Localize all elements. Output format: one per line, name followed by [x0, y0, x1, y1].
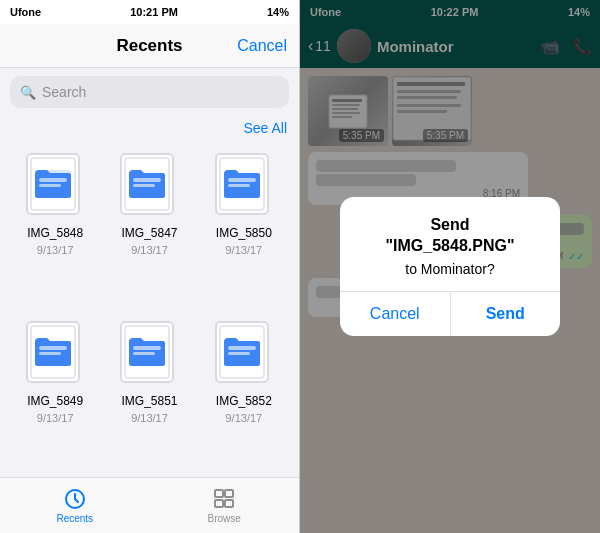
file-date: 9/13/17: [225, 244, 262, 256]
list-item[interactable]: IMG_5850 9/13/17: [197, 142, 291, 310]
file-name: IMG_5849: [27, 394, 83, 408]
svg-rect-26: [215, 490, 223, 497]
svg-rect-16: [39, 352, 61, 355]
file-icon: [117, 150, 181, 222]
file-icon: [23, 318, 87, 390]
file-name: IMG_5852: [216, 394, 272, 408]
svg-rect-23: [228, 346, 256, 350]
modal-cancel-button[interactable]: Cancel: [340, 292, 451, 336]
list-item[interactable]: IMG_5852 9/13/17: [197, 310, 291, 478]
file-date: 9/13/17: [131, 412, 168, 424]
modal-send-button[interactable]: Send: [451, 292, 561, 336]
tab-recents[interactable]: Recents: [0, 487, 150, 524]
svg-rect-24: [228, 352, 250, 355]
svg-rect-12: [228, 184, 250, 187]
files-nav-bar: Recents Cancel: [0, 24, 299, 68]
recents-icon: [63, 487, 87, 511]
search-placeholder: Search: [42, 84, 86, 100]
battery-left: 14%: [267, 6, 289, 18]
svg-rect-19: [133, 346, 161, 350]
tab-browse-label: Browse: [208, 513, 241, 524]
files-grid: IMG_5848 9/13/17 IMG_5847 9/13/17: [0, 142, 299, 477]
file-date: 9/13/17: [37, 244, 74, 256]
file-icon: [212, 150, 276, 222]
search-icon: 🔍: [20, 85, 36, 100]
see-all-link[interactable]: See All: [243, 120, 287, 136]
recents-title: Recents: [116, 36, 182, 56]
tab-recents-label: Recents: [56, 513, 93, 524]
file-icon: [23, 150, 87, 222]
list-item[interactable]: IMG_5848 9/13/17: [8, 142, 102, 310]
list-item[interactable]: IMG_5847 9/13/17: [102, 142, 196, 310]
svg-rect-20: [133, 352, 155, 355]
file-name: IMG_5851: [121, 394, 177, 408]
file-name: IMG_5850: [216, 226, 272, 240]
svg-rect-28: [215, 500, 223, 507]
modal-overlay: Send "IMG_5848.PNG" to Mominator? Cancel…: [300, 0, 600, 533]
cancel-button[interactable]: Cancel: [237, 37, 287, 55]
browse-icon: [212, 487, 236, 511]
modal-buttons: Cancel Send: [340, 292, 560, 336]
svg-rect-7: [133, 178, 161, 182]
svg-rect-29: [225, 500, 233, 507]
file-icon: [212, 318, 276, 390]
modal-title: Send "IMG_5848.PNG": [360, 215, 540, 257]
file-name: IMG_5848: [27, 226, 83, 240]
file-icon: [117, 318, 181, 390]
list-item[interactable]: IMG_5851 9/13/17: [102, 310, 196, 478]
send-confirm-dialog: Send "IMG_5848.PNG" to Mominator? Cancel…: [340, 197, 560, 336]
file-name: IMG_5847: [121, 226, 177, 240]
list-item[interactable]: IMG_5849 9/13/17: [8, 310, 102, 478]
whatsapp-panel: Ufone 10:22 PM 14% ‹ 11 Mominator 📹 📞: [300, 0, 600, 533]
section-header: See All: [0, 116, 299, 142]
file-date: 9/13/17: [131, 244, 168, 256]
tab-browse[interactable]: Browse: [150, 487, 300, 524]
svg-rect-3: [39, 178, 67, 182]
search-bar[interactable]: 🔍 Search: [10, 76, 289, 108]
file-date: 9/13/17: [37, 412, 74, 424]
modal-body: Send "IMG_5848.PNG" to Mominator?: [340, 197, 560, 291]
modal-subtitle: to Mominator?: [360, 261, 540, 277]
svg-rect-8: [133, 184, 155, 187]
status-bar-left: Ufone 10:21 PM 14%: [0, 0, 299, 24]
svg-rect-15: [39, 346, 67, 350]
tab-bar: Recents Browse: [0, 477, 299, 533]
carrier-left: Ufone: [10, 6, 41, 18]
svg-rect-4: [39, 184, 61, 187]
svg-rect-11: [228, 178, 256, 182]
svg-rect-27: [225, 490, 233, 497]
time-left: 10:21 PM: [130, 6, 178, 18]
files-app-panel: Ufone 10:21 PM 14% Recents Cancel 🔍 Sear…: [0, 0, 300, 533]
file-date: 9/13/17: [225, 412, 262, 424]
